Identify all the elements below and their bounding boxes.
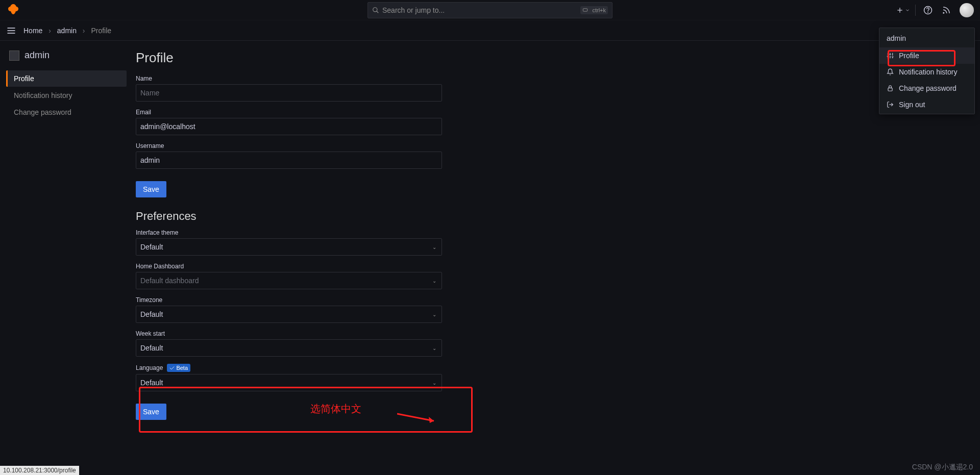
menu-toggle-icon[interactable]: [6, 26, 16, 36]
topbar: Search or jump to... ctrl+k: [0, 0, 980, 20]
svg-line-1: [377, 11, 379, 13]
svg-marker-23: [429, 417, 434, 423]
label-language: Language Beta: [136, 364, 840, 372]
theme-select[interactable]: Default⌄: [136, 238, 442, 256]
svg-point-6: [928, 12, 928, 12]
search-placeholder: Search or jump to...: [382, 6, 580, 14]
crumb-home[interactable]: Home: [23, 27, 42, 35]
sidebar-item-profile[interactable]: Profile: [6, 70, 127, 87]
rss-icon[interactable]: [938, 2, 954, 18]
username-input[interactable]: admin: [136, 152, 442, 169]
avatar[interactable]: [960, 3, 974, 17]
annotation-arrow-icon: [397, 411, 443, 426]
chevron-down-icon: ⌄: [432, 244, 436, 250]
lock-icon: [887, 85, 894, 92]
save-profile-button[interactable]: Save: [136, 181, 166, 197]
week-start-select[interactable]: Default⌄: [136, 339, 442, 357]
label-week-start: Week start: [136, 330, 840, 337]
chevron-down-icon: ⌄: [432, 345, 436, 351]
svg-point-0: [373, 7, 377, 11]
search-input[interactable]: Search or jump to... ctrl+k: [368, 2, 612, 18]
chevron-down-icon: ⌄: [432, 312, 436, 317]
beta-badge: Beta: [167, 364, 190, 372]
nav-row: Home › admin › Profile: [0, 20, 980, 41]
user-menu-sign-out[interactable]: Sign out: [879, 96, 974, 113]
user-menu-profile[interactable]: Profile: [879, 47, 974, 64]
sliders-icon: [887, 52, 894, 59]
name-input[interactable]: Name: [136, 84, 442, 102]
crumb-admin[interactable]: admin: [57, 27, 77, 35]
search-kbd-hint: ctrl+k: [580, 6, 608, 14]
sidebar: admin Profile Notification history Chang…: [0, 41, 133, 475]
svg-point-7: [943, 12, 944, 13]
user-menu-change-password[interactable]: Change password: [879, 80, 974, 96]
help-icon[interactable]: [920, 2, 936, 18]
svg-rect-20: [888, 88, 892, 91]
status-bar-url: 10.100.208.21:3000/profile: [0, 466, 79, 475]
chevron-down-icon: ⌄: [432, 380, 436, 386]
label-username: Username: [136, 142, 840, 149]
annotation-text: 选简体中文: [310, 402, 361, 416]
svg-rect-2: [583, 9, 587, 12]
home-dashboard-select[interactable]: Default dashboard⌄: [136, 272, 442, 289]
main: Profile Name Name Email admin@localhost …: [133, 41, 980, 475]
watermark: CSDN @小邋遢2.0: [912, 463, 973, 472]
sidebar-item-change-password[interactable]: Change password: [6, 104, 127, 120]
grafana-logo-icon[interactable]: [6, 3, 19, 17]
add-button[interactable]: [895, 2, 911, 18]
user-menu-header: admin: [879, 29, 974, 47]
sidebar-title: admin: [6, 45, 127, 70]
user-menu: admin Profile Notification history Chang…: [879, 28, 975, 114]
bell-icon: [887, 68, 894, 76]
sidebar-item-notification-history[interactable]: Notification history: [6, 87, 127, 104]
topbar-right: [895, 2, 974, 18]
label-email: Email: [136, 109, 840, 116]
label-timezone: Timezone: [136, 296, 840, 304]
prefs-heading: Preferences: [136, 210, 840, 223]
label-home-dashboard: Home Dashboard: [136, 263, 840, 270]
breadcrumb: Home › admin › Profile: [23, 27, 111, 35]
label-theme: Interface theme: [136, 229, 840, 236]
label-name: Name: [136, 75, 840, 82]
save-prefs-button[interactable]: Save: [136, 404, 166, 420]
chevron-down-icon: ⌄: [432, 278, 436, 284]
timezone-select[interactable]: Default⌄: [136, 306, 442, 323]
svg-line-22: [397, 414, 434, 421]
signout-icon: [887, 101, 894, 108]
page-title: Profile: [136, 50, 840, 66]
crumb-profile: Profile: [91, 27, 111, 35]
divider: [915, 5, 916, 16]
user-icon: [9, 51, 19, 61]
user-menu-notification-history[interactable]: Notification history: [879, 64, 974, 80]
language-select[interactable]: Default⌄: [136, 374, 442, 391]
email-input[interactable]: admin@localhost: [136, 118, 442, 135]
